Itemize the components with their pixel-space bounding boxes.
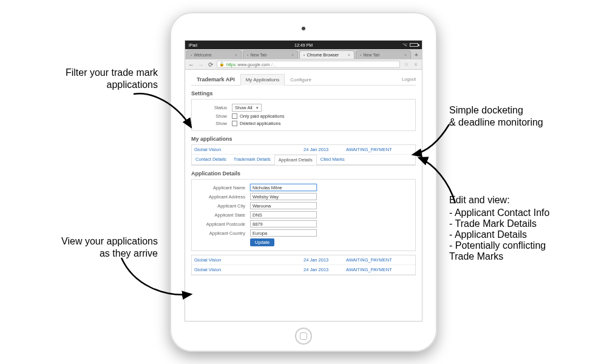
applicant-city-input[interactable]: Waroona [250,202,317,209]
callout-list: Applicant Contact Info Trade Mark Detail… [449,207,595,262]
browser-tab-active[interactable]: ▫Chrome Browser× [299,50,354,59]
app-name: Global Vision [194,147,304,152]
app-date: 24 Jan 2013 [304,147,346,152]
country-label: Applicant Country [195,231,250,236]
subtab-contact[interactable]: Contact Details [192,155,230,164]
browser-tab[interactable]: ▫New Tab× [243,50,298,59]
arrow-icon [416,152,464,212]
tab-label: Welcome [194,53,211,57]
url-host: www.google.com [237,62,270,67]
detail-subtabs: Contact Details Trademark Details Applic… [192,155,415,165]
app-date: 24 Jan 2013 [304,257,346,263]
subtab-applicant[interactable]: Applicant Details [274,155,317,165]
input-value: Waroona [253,203,271,209]
city-label: Applicant City [195,203,250,209]
my-apps-panel: Global Vision 24 Jan 2013 AWAITING_PAYME… [191,144,416,166]
callout-item: Trade Mark Details [449,218,595,229]
carrier-label: iPad [189,43,197,47]
applicant-name-input[interactable]: Nicholas Milne [250,184,317,191]
settings-title: Settings [191,90,416,96]
browser-tab[interactable]: ▫Welcome× [186,50,242,59]
settings-panel: Status Show All ▾ Show Only paid applica… [191,99,416,131]
input-value: DNS [253,212,262,218]
my-apps-title: My applications [191,136,416,142]
close-icon[interactable]: × [235,53,237,57]
tab-label: New Tab [250,53,266,57]
deleted-checkbox[interactable] [232,121,237,126]
bluetooth-icon: ⌥ [402,42,407,47]
back-button[interactable]: ← [188,61,195,68]
input-value: Nicholas Milne [253,185,282,190]
callout-edit: Edit and view: Applicant Contact Info Tr… [449,194,595,262]
app-name: Global Vision [194,267,304,272]
address-label: Applicant Address [195,194,250,200]
browser-toolbar: ← → ⟳ 🔒 https www.google.com /… ☆ ≡ [185,59,422,70]
arrow-icon [115,255,200,309]
show-label: Show [195,113,232,119]
subtab-cited[interactable]: Cited Marks [317,155,348,164]
callout-item: Applicant Contact Info [449,207,595,218]
only-paid-label: Only paid applications [240,113,284,119]
ipad-bezel: iPad 12:49 PM ⌥ ▫Welcome× ▫New Tab× ▫Chr… [170,12,437,352]
applicant-postcode-input[interactable]: 8879 [250,220,317,228]
application-row[interactable]: Global Vision 24 Jan 2013 AWAITING_PAYME… [192,145,415,155]
callout-title: Edit and view: [449,194,595,206]
page-icon: ▫ [360,53,361,57]
chevron-down-icon: ▾ [256,106,259,110]
app-name: Global Vision [194,257,304,263]
lock-icon: 🔒 [219,62,225,67]
tab-label: New Tab [363,53,379,57]
page-content: Trademark API My Applications Configure … [185,70,422,321]
url-scheme: https [226,62,236,67]
page-icon: ▫ [304,53,305,57]
input-value: Wellsby Way [253,194,279,200]
applications-list: Global Vision 24 Jan 2013 AWAITING_PAYME… [191,255,416,275]
address-bar[interactable]: 🔒 https www.google.com /… [217,61,400,68]
application-row[interactable]: Global Vision 24 Jan 2013 AWAITING_PAYME… [192,255,415,265]
update-button[interactable]: Update [250,238,274,246]
new-tab-button[interactable]: + [412,50,421,59]
subtab-trademark[interactable]: Trademark Details [230,155,274,164]
forward-button[interactable]: → [197,61,205,68]
reload-button[interactable]: ⟳ [207,61,214,68]
name-label: Applicant Name [195,185,250,190]
app-status: AWAITING_PAYMENT [346,147,413,152]
clock-label: 12:49 PM [294,43,313,47]
menu-icon[interactable]: ≡ [412,62,419,67]
close-icon[interactable]: × [404,53,407,57]
callout-text: Simple docketing & deadline monitoring [449,104,589,129]
details-title: Application Details [191,170,416,177]
applicant-address-input[interactable]: Wellsby Way [250,193,317,200]
app-status: AWAITING_PAYMENT [346,257,413,263]
input-value: 8879 [253,221,263,227]
application-row[interactable]: Global Vision 24 Jan 2013 AWAITING_PAYME… [192,265,415,275]
tab-configure[interactable]: Configure [285,74,317,85]
home-button[interactable] [295,328,312,345]
show-label-2: Show [195,121,232,126]
applicant-country-input[interactable]: Europa [250,229,317,237]
browser-tab[interactable]: ▫New Tab× [356,50,411,59]
callout-docket: Simple docketing & deadline monitoring [449,104,589,129]
star-icon[interactable]: ☆ [402,62,410,67]
input-value: Europa [253,231,267,236]
callout-item: Potentially conflicting Trade Marks [449,240,595,262]
app-date: 24 Jan 2013 [304,267,346,272]
page-icon: ▫ [247,53,248,57]
arrow-icon [127,85,200,140]
state-label: Applicant State [195,212,250,218]
close-icon[interactable]: × [291,53,294,57]
tab-my-applications[interactable]: My Applications [240,74,285,86]
callout-item: Applicant Details [449,229,595,240]
ios-statusbar: iPad 12:49 PM ⌥ [185,41,422,49]
details-panel: Applicant Name Nicholas Milne Applicant … [191,179,416,251]
battery-icon [410,43,418,47]
only-paid-checkbox[interactable] [232,113,237,119]
logout-link[interactable]: Logout [402,76,416,82]
app-status: AWAITING_PAYMENT [346,267,413,272]
tab-label: Chrome Browser [307,53,339,57]
applicant-state-input[interactable]: DNS [250,211,317,218]
page-tabs: Trademark API My Applications Configure … [191,73,416,86]
close-icon[interactable]: × [348,53,350,57]
status-select[interactable]: Show All ▾ [232,104,262,112]
browser-tabstrip: ▫Welcome× ▫New Tab× ▫Chrome Browser× ▫Ne… [185,49,422,59]
